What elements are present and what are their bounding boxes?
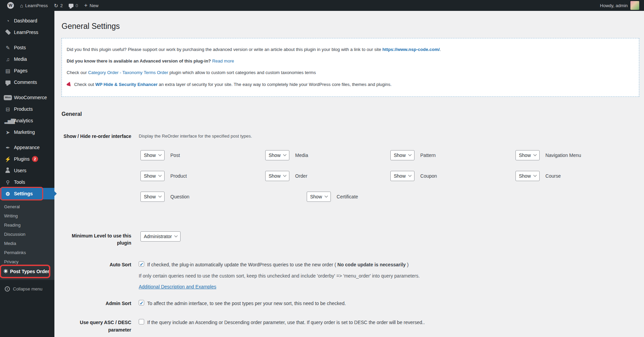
row-admin-sort: Admin Sort To affect the admin interface… [62,300,639,307]
chevron-down-icon [325,194,328,198]
notice-line-category-order: Check our Category Order - Taxonomy Term… [67,70,634,76]
post-type-row-2: Show Product Show Order Show Coupon Show… [139,171,639,181]
post-type-label: Coupon [420,173,437,179]
show-select-certificate[interactable]: Show [307,192,331,202]
chevron-down-icon [283,174,287,177]
sidebar-item-tools[interactable]: ⚲ Tools [0,176,54,188]
admin-sort-label: Admin Sort [62,300,131,307]
sidebar-item-dashboard[interactable]: ◔ Dashboard [0,15,54,26]
show-select-navigation-menu[interactable]: Show [515,150,540,160]
user-avatar[interactable] [630,1,639,10]
settings-gear-icon: ⚙ [4,191,11,196]
megaphone-icon [66,81,72,87]
collapse-arrow-icon: ‹ [5,286,10,291]
show-select-coupon[interactable]: Show [390,171,414,181]
post-type-label: Question [170,194,189,199]
show-select-media[interactable]: Show [265,150,289,160]
products-icon: ⊟ [4,107,11,112]
sidebar-item-woocommerce[interactable]: Woo WooCommerce [0,92,54,103]
admin-sort-checkbox[interactable] [139,300,144,305]
show-select-question[interactable]: Show [140,192,165,202]
category-order-link[interactable]: Category Order - Taxonomy Terms Order [88,70,168,75]
sidebar-item-settings[interactable]: ⚙ Settings [0,188,54,199]
submenu-item-permalinks[interactable]: Permalinks [0,248,54,257]
row-minimum-level: Minimum Level to use this plugin Adminis… [62,231,639,247]
updates-button[interactable]: ↻ 2 [51,0,66,11]
sidebar-item-pages[interactable]: ▤ Pages [0,65,54,76]
comments-button[interactable]: 0 [66,0,81,11]
sidebar: ◔ Dashboard LearnPress ✎ Posts ♫ Media ▤… [0,11,54,337]
post-type-label: Course [545,173,561,179]
collapse-menu-button[interactable]: ‹ Collapse menu [0,283,54,295]
learnpress-icon [4,30,11,35]
settings-submenu: General Writing Reading Discussion Media… [0,199,54,280]
chevron-down-icon [158,194,162,198]
row-asc-desc: Use query ASC / DESC parameter If the qu… [62,319,639,334]
auto-sort-label: Auto Sort [62,261,131,269]
submenu-item-media[interactable]: Media [0,239,54,248]
woocommerce-icon: Woo [4,95,11,100]
show-select-course[interactable]: Show [515,171,540,181]
wp-hide-link[interactable]: WP Hide & Security Enhancer [95,82,157,87]
page-title: General Settings [62,22,639,31]
appearance-brush-icon: ✒ [4,145,11,150]
plugin-notice-box: Did you find this plugin useful? Please … [62,38,639,97]
sidebar-item-posts[interactable]: ✎ Posts [0,42,54,53]
post-type-label: Post [170,153,180,158]
show-select-order[interactable]: Show [265,171,289,181]
sidebar-item-media[interactable]: ♫ Media [0,53,54,65]
submenu-item-writing[interactable]: Writing [0,211,54,220]
analytics-icon: ▂▅▇ [4,118,11,123]
submenu-item-reading[interactable]: Reading [0,220,54,230]
marketing-megaphone-icon: ➤ [4,130,11,135]
post-type-label: Product [170,173,187,179]
new-content-button[interactable]: + New [81,0,102,11]
post-type-label: Pattern [420,153,436,158]
read-more-link[interactable]: Read more [212,58,234,64]
media-icon: ♫ [4,57,11,62]
site-link[interactable]: ⌂ LearnPress [17,0,51,11]
post-types-order-icon: ✳ [3,269,8,274]
main-content: General Settings Did you find this plugi… [54,11,644,337]
post-type-label: Certificate [337,194,358,199]
chevron-down-icon [408,174,412,177]
general-section-title: General [62,111,639,117]
show-select-post[interactable]: Show [140,150,165,160]
auto-sort-hint: If only certain queries need to use the … [139,272,639,279]
pages-icon: ▤ [4,68,11,73]
sidebar-item-analytics[interactable]: ▂▅▇ Analytics [0,115,54,126]
howdy-text[interactable]: Howdy, admin [600,3,628,8]
current-menu-arrow [54,191,57,197]
auto-sort-checkbox[interactable] [139,261,144,267]
minimum-level-select[interactable]: Administrator [140,231,181,242]
nsp-code-link[interactable]: https://www.nsp-code.com/ [383,47,440,52]
submenu-item-post-types-order[interactable]: ✳ Post Types Order [0,266,54,277]
asc-desc-label: Use query ASC / DESC parameter [62,319,131,334]
additional-description-link[interactable]: Additional Description and Examples [139,284,216,289]
post-type-row-1: Show Post Show Media Show Pattern Show N… [139,150,639,160]
sidebar-item-marketing[interactable]: ➤ Marketing [0,126,54,138]
sidebar-item-comments[interactable]: Comments [0,76,54,88]
asc-desc-text: If the query include an Ascending or Des… [147,319,425,326]
post-type-label: Order [295,173,307,179]
show-hide-label: Show / Hide re-order interface [62,133,131,140]
sidebar-item-learnpress[interactable]: LearnPress [0,26,54,38]
sidebar-item-users[interactable]: Users [0,165,54,176]
chevron-down-icon [158,153,162,156]
submenu-item-general[interactable]: General [0,202,54,211]
chevron-down-icon [283,153,287,156]
sidebar-item-appearance[interactable]: ✒ Appearance [0,142,54,153]
show-select-product[interactable]: Show [140,171,165,181]
chevron-down-icon [533,153,537,156]
show-hide-description: Display the ReOrder interface for the sp… [139,133,639,139]
submenu-item-privacy[interactable]: Privacy [0,257,54,266]
notice-line-support: Did you find this plugin useful? Please … [67,47,634,53]
wordpress-menu-button[interactable]: W [4,0,17,11]
submenu-item-discussion[interactable]: Discussion [0,230,54,239]
sidebar-item-products[interactable]: ⊟ Products [0,103,54,115]
sidebar-item-plugins[interactable]: ⚡ Plugins 2 [0,153,54,165]
asc-desc-checkbox[interactable] [139,319,144,324]
notice-line-wp-hide: Check out WP Hide & Security Enhancer an… [67,82,634,88]
row-auto-sort: Auto Sort If checked, the plug-in automa… [62,261,639,289]
show-select-pattern[interactable]: Show [390,150,414,160]
